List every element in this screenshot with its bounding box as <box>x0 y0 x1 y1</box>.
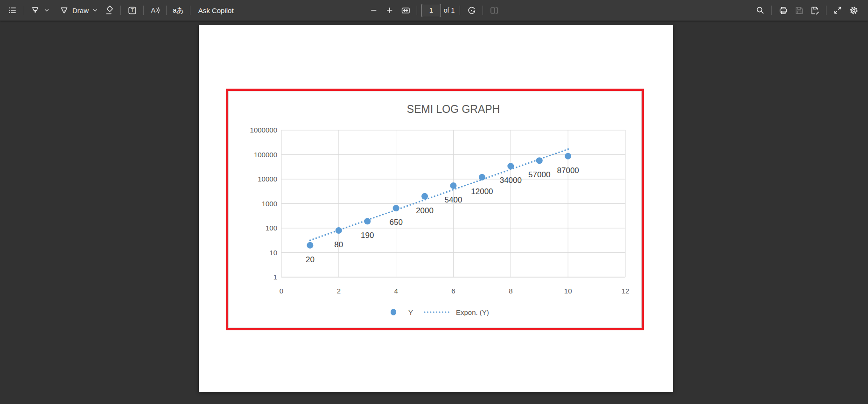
chart-frame <box>229 91 642 328</box>
page-count-label: of 1 <box>444 7 455 14</box>
data-point-marker <box>393 205 399 211</box>
translate-button[interactable]: aあ <box>171 3 186 17</box>
y-axis-tick-label: 10 <box>269 249 277 257</box>
data-point-marker <box>307 242 313 249</box>
fullscreen-button[interactable] <box>831 3 845 17</box>
separator <box>460 6 460 15</box>
chart-title: SEMI LOG GRAPH <box>407 103 500 115</box>
zoom-out-button[interactable] <box>367 3 381 17</box>
data-point-label: 2000 <box>416 206 434 215</box>
data-point-label: 190 <box>361 231 374 240</box>
separator <box>166 6 167 15</box>
toolbar-left-group: Draw T A aあ Ask Copilot <box>0 0 238 21</box>
gear-icon <box>849 6 859 15</box>
legend-marker-y <box>391 309 396 315</box>
eraser-button[interactable] <box>102 3 116 17</box>
chevron-down-icon <box>92 7 98 14</box>
separator <box>143 6 144 15</box>
search-button[interactable] <box>753 3 767 17</box>
translate-icon: aあ <box>173 6 184 15</box>
data-point-label: 87000 <box>557 166 579 175</box>
highlighter-button[interactable] <box>28 3 52 17</box>
x-axis-tick-label: 8 <box>509 287 512 295</box>
chart-red-annotation-box: SEMI LOG GRAPH11010010001000010000010000… <box>226 89 644 330</box>
rotate-icon <box>467 6 476 15</box>
data-point-label: 650 <box>389 218 402 227</box>
data-point-label: 57000 <box>528 170 550 179</box>
data-point-label: 80 <box>334 240 343 249</box>
y-axis-tick-label: 1 <box>273 273 277 281</box>
data-point-marker <box>479 174 485 181</box>
data-point-label: 5400 <box>445 195 462 204</box>
eraser-icon <box>105 6 114 15</box>
pdf-page: SEMI LOG GRAPH11010010001000010000010000… <box>199 25 673 392</box>
read-aloud-icon: A <box>150 5 160 15</box>
ask-copilot-label: Ask Copilot <box>198 7 234 14</box>
textbox-glyph: T <box>131 7 134 13</box>
separator <box>771 6 772 15</box>
data-point-marker <box>565 153 571 160</box>
x-axis-tick-label: 4 <box>394 287 398 295</box>
x-axis-tick-label: 6 <box>451 287 455 295</box>
highlighter-icon <box>30 6 40 15</box>
data-point-label: 12000 <box>471 187 493 196</box>
separator <box>483 6 483 15</box>
semi-log-chart: SEMI LOG GRAPH11010010001000010000010000… <box>228 91 642 328</box>
read-aloud-glyph: A <box>151 7 155 14</box>
fit-to-width-button[interactable] <box>399 3 413 17</box>
x-axis-tick-label: 2 <box>337 287 341 295</box>
y-axis-tick-label: 100000 <box>254 151 277 159</box>
separator <box>417 6 417 15</box>
read-aloud-button[interactable]: A <box>148 3 162 17</box>
settings-button[interactable] <box>847 3 861 17</box>
separator <box>120 6 121 15</box>
document-canvas: SEMI LOG GRAPH11010010001000010000010000… <box>0 21 868 404</box>
text-box-icon: T <box>127 6 137 15</box>
save-as-button[interactable] <box>808 3 822 17</box>
page-number-input[interactable] <box>421 4 441 17</box>
draw-button-label: Draw <box>72 7 89 14</box>
add-text-button[interactable]: T <box>125 3 139 17</box>
chevron-down-icon <box>43 7 50 14</box>
draw-button[interactable]: Draw <box>57 3 100 17</box>
y-axis-tick-label: 100 <box>266 224 277 232</box>
y-axis-tick-label: 1000 <box>262 200 277 208</box>
page-view-icon <box>490 6 499 15</box>
save-button[interactable] <box>792 3 806 17</box>
x-axis-tick-label: 12 <box>622 287 630 295</box>
x-axis-tick-label: 10 <box>564 287 572 295</box>
data-point-marker <box>507 163 514 169</box>
rotate-button[interactable] <box>464 3 478 17</box>
table-of-contents-icon <box>8 6 17 15</box>
data-point-label: 20 <box>306 255 315 264</box>
toolbar-center-group: of 1 <box>366 0 502 21</box>
table-of-contents-button[interactable] <box>6 3 20 17</box>
legend-label-expon: Expon. (Y) <box>456 308 489 316</box>
separator <box>190 6 190 15</box>
y-axis-tick-label: 10000 <box>258 175 277 183</box>
separator <box>24 6 24 15</box>
zoom-in-button[interactable] <box>383 3 397 17</box>
ask-copilot-button[interactable]: Ask Copilot <box>195 3 238 17</box>
printer-icon <box>778 6 788 15</box>
y-axis-tick-label: 1000000 <box>250 126 277 134</box>
page-view-button[interactable] <box>487 3 501 17</box>
separator <box>826 6 826 15</box>
toolbar-right-group <box>752 0 868 21</box>
expand-icon <box>833 6 842 15</box>
save-as-icon <box>810 6 820 15</box>
data-point-marker <box>536 157 543 164</box>
data-point-marker <box>336 227 342 234</box>
search-icon <box>756 6 765 15</box>
data-point-marker <box>364 218 371 224</box>
legend-label-y: Y <box>408 308 413 316</box>
fit-width-icon <box>400 6 410 15</box>
data-point-marker <box>450 182 457 189</box>
print-button[interactable] <box>776 3 790 17</box>
plus-icon <box>385 6 394 14</box>
save-icon <box>794 6 804 15</box>
draw-pen-icon <box>59 6 69 15</box>
data-point-label: 34000 <box>500 176 522 185</box>
pdf-toolbar: Draw T A aあ Ask Copilot <box>0 0 868 21</box>
x-axis-tick-label: 0 <box>280 287 283 295</box>
